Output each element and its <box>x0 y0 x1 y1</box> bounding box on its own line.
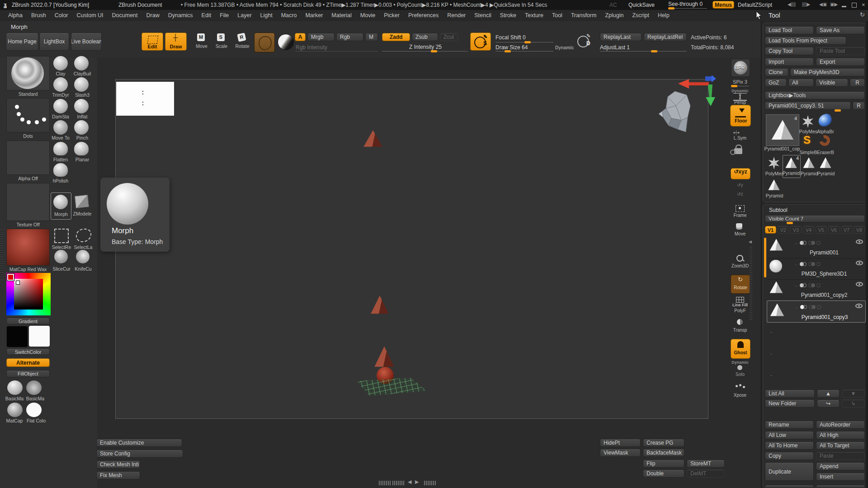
menu-file[interactable]: File <box>220 12 229 19</box>
fix-mesh-button[interactable]: Fix Mesh <box>96 471 140 479</box>
live-boolean-button[interactable]: Live Boolean <box>71 33 102 51</box>
vgroup-v6[interactable]: V6 <box>828 226 840 234</box>
rgb-button[interactable]: Rgb <box>336 33 363 41</box>
zoom3d-button[interactable]: Zoom3D <box>730 255 750 271</box>
delmt-button[interactable]: DelMT <box>687 469 725 478</box>
bpr-button[interactable]: BPR <box>731 59 750 77</box>
folder-move-down-button[interactable]: ↳ <box>842 399 865 408</box>
check-mesh-integrity-button[interactable]: Check Mesh Inti <box>96 460 140 469</box>
adjust-last-slider-handle[interactable] <box>651 50 657 52</box>
alternate-button[interactable]: Alternate <box>6 358 50 367</box>
rotate-view-button[interactable]: ↻ Rotate <box>731 275 750 294</box>
goz-all-button[interactable]: All <box>788 79 814 87</box>
scale-button[interactable]: S Scale <box>213 33 230 51</box>
subtool-row-pyramid001[interactable]: ↔ Pyramid001 <box>768 237 866 258</box>
brush-select-lasso[interactable]: SelectLa <box>73 228 93 250</box>
a-button[interactable]: A <box>295 33 306 41</box>
brush-damstandard[interactable] <box>53 99 68 113</box>
zadd-button[interactable]: Zadd <box>382 33 410 41</box>
save-as-button[interactable]: Save As <box>816 26 865 34</box>
paste-tool-button[interactable]: Paste Tool <box>816 47 865 55</box>
store-config-button[interactable]: Store Config <box>96 450 183 458</box>
window-next-icon[interactable]: ▣▶ <box>830 2 838 7</box>
material-thumbnail[interactable] <box>278 34 294 50</box>
main-color-swatch[interactable] <box>6 326 28 347</box>
tool-item-polymesh3d-2[interactable]: PolyMes <box>766 156 783 177</box>
menu-dynamics[interactable]: Dynamics <box>168 12 193 19</box>
menu-stencil[interactable]: Stencil <box>474 12 491 19</box>
viewmask-button[interactable]: ViewMask <box>600 449 641 457</box>
active-tool-slider-handle[interactable] <box>835 109 841 112</box>
floor-button[interactable]: Floor <box>730 105 751 127</box>
all-low-button[interactable]: All Low <box>765 431 814 439</box>
tool-item-polymesh3d[interactable]: PolyMes <box>800 115 816 134</box>
subtool-empty-slot[interactable]: - <box>768 366 866 388</box>
append-button[interactable]: Append <box>816 462 865 470</box>
menu-document[interactable]: Document <box>112 12 138 19</box>
subtool-row-pyramid-copy2[interactable]: ↔ Pyramid001_copy2 <box>768 279 866 301</box>
brush-planar[interactable] <box>74 142 89 155</box>
brush-select-rect[interactable]: SelectRe <box>52 228 71 250</box>
lightbox-button[interactable]: LightBox <box>39 33 69 51</box>
document-area[interactable] <box>115 79 708 419</box>
brush-morph-selected[interactable]: Morph <box>51 192 71 220</box>
backfacemask-button[interactable]: BackfaceMask <box>643 449 684 457</box>
load-tools-from-project-button[interactable]: Load Tools From Project <box>765 37 846 45</box>
new-folder-button[interactable]: New Folder <box>765 399 815 408</box>
zcut-button[interactable]: Zcut <box>440 33 458 41</box>
secondary-color-swatch[interactable] <box>29 326 50 347</box>
tool-item-pyramid-3[interactable]: Pyramid <box>817 156 834 177</box>
material-thumbnail-slot[interactable] <box>6 229 50 266</box>
partial-button-right[interactable] <box>816 485 865 488</box>
goz-r-button[interactable]: R <box>850 79 865 87</box>
menu-render[interactable]: Render <box>447 12 466 19</box>
subtool-row-pyramid-copy3-selected[interactable]: ↔ Pyramid001_copy3 <box>767 300 866 323</box>
menu-zscript[interactable]: Zscript <box>632 12 649 19</box>
menu-stroke[interactable]: Stroke <box>500 12 516 19</box>
lazy-mouse-icon-button[interactable]: D ✎ <box>576 33 593 50</box>
folder-move-button[interactable]: ↪ <box>817 399 840 408</box>
move-view-button[interactable]: Move <box>730 223 750 239</box>
menus-button[interactable]: Menus <box>712 1 734 9</box>
vgroup-v3[interactable]: V3 <box>790 226 802 234</box>
vgroup-v5[interactable]: V5 <box>816 226 827 234</box>
subtool-empty-slot[interactable]: - <box>768 344 866 366</box>
brush-trimdynamic[interactable] <box>53 77 68 92</box>
z-intensity-slider-handle[interactable] <box>431 50 437 52</box>
menu-custom-ui[interactable]: Custom UI <box>77 12 104 19</box>
duplicate-button[interactable]: Duplicate <box>765 462 814 481</box>
pager-hatch-2[interactable] <box>392 481 404 485</box>
draw-size-slider-handle[interactable] <box>505 50 511 52</box>
draw-button[interactable]: ┼ Draw <box>165 33 187 51</box>
vgroup-v7[interactable]: V7 <box>841 226 852 234</box>
gxyz-button[interactable]: ↺xyz <box>731 168 750 179</box>
gradient-button[interactable]: Gradient <box>6 318 50 324</box>
paste-subtool-button[interactable]: Paste <box>816 452 865 460</box>
vgroup-v1[interactable]: V1 <box>765 226 776 234</box>
flip-button[interactable]: Flip <box>643 460 684 468</box>
zsub-button[interactable]: Zsub <box>412 33 438 41</box>
menu-help[interactable]: Help <box>658 12 670 19</box>
brush-flatten[interactable] <box>53 142 68 155</box>
menu-preferences[interactable]: Preferences <box>408 12 439 19</box>
edit-button[interactable]: Edit <box>142 33 163 51</box>
z-intensity-slider-track[interactable] <box>382 51 468 52</box>
rot-z-button[interactable]: ↺z <box>730 192 750 197</box>
copy-tool-button[interactable]: Copy Tool <box>765 47 814 55</box>
home-page-button[interactable]: Home Page <box>6 33 38 51</box>
basic-material-thumb-2[interactable] <box>26 380 42 395</box>
spix-slider-label[interactable]: SPix 3 <box>730 79 750 84</box>
menu-texture[interactable]: Texture <box>525 12 543 19</box>
move-button[interactable]: M Move <box>193 33 210 51</box>
menu-transform[interactable]: Transform <box>571 12 597 19</box>
draw-size-slider-label[interactable]: Draw Size 64 <box>495 44 528 51</box>
rot-y-button[interactable]: ↺y <box>730 183 750 188</box>
load-tool-button[interactable]: Load Tool <box>765 26 814 34</box>
subtool-visibility-eye[interactable] <box>855 304 863 308</box>
vgroup-v2[interactable]: V2 <box>778 226 789 234</box>
tray-right-toggle-icon[interactable]: ||||▶ <box>802 2 810 7</box>
color-picker[interactable] <box>6 273 51 315</box>
window-prev-icon[interactable]: ◀▣ <box>819 2 827 7</box>
menu-brush[interactable]: Brush <box>31 12 46 19</box>
hidept-button[interactable]: HidePt <box>600 439 641 447</box>
